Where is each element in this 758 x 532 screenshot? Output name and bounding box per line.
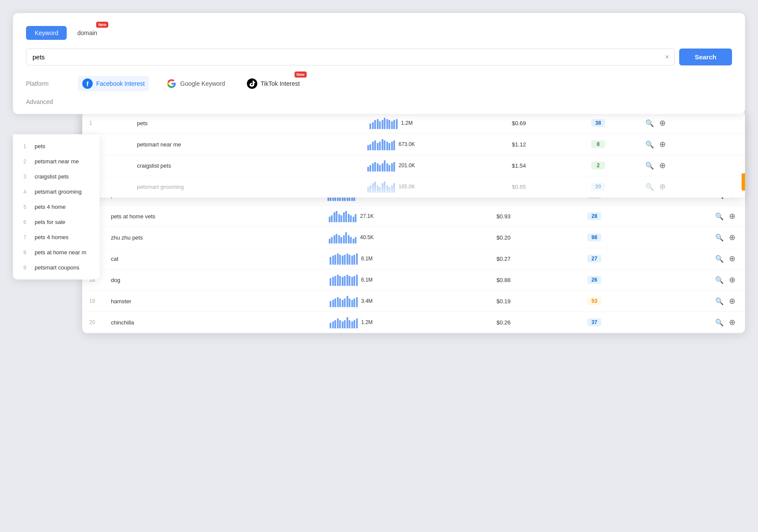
volume-text: 673.0K <box>398 141 415 147</box>
chart-bar <box>347 275 348 286</box>
search-icon-button[interactable]: 🔍 <box>714 296 725 306</box>
search-icon-button[interactable]: 🔍 <box>714 254 725 264</box>
sidebar-kw-item[interactable]: 1pets <box>13 139 100 154</box>
chart-bar <box>349 298 350 307</box>
sidebar-kw-item[interactable]: 5pets 4 home <box>13 199 100 214</box>
chart-bar <box>374 182 376 193</box>
sidebar-kw-num: 9 <box>23 265 30 271</box>
search-icon-button[interactable]: 🔍 <box>645 139 655 149</box>
chart-bar <box>348 235 350 243</box>
search-icon-button[interactable]: 🔍 <box>714 275 725 285</box>
facebook-icon: f <box>82 78 93 89</box>
chart-bar <box>384 118 385 129</box>
add-icon-button[interactable]: ⊕ <box>728 274 736 285</box>
search-icon-button[interactable]: 🔍 <box>645 182 655 192</box>
cpc-value: $0.69 <box>479 113 559 134</box>
add-icon-button[interactable]: ⊕ <box>658 160 667 171</box>
volume-cell: 3.4M <box>253 295 449 307</box>
cpc-value: $1.54 <box>479 155 559 176</box>
sidebar-kw-list: 1pets2petsmart near me3craigslist pets4p… <box>13 139 100 275</box>
search-icon-button[interactable]: 🔍 <box>714 211 725 221</box>
search-input[interactable] <box>26 49 660 65</box>
row-keyword: hamster <box>104 291 246 312</box>
pd-badge: 53 <box>587 297 601 305</box>
facebook-interest-option[interactable]: f Facebook Interest <box>78 76 149 91</box>
pd-badge: 37 <box>587 318 601 326</box>
chart-bar <box>330 257 331 265</box>
chart-bar <box>336 211 337 222</box>
sidebar-kw-item[interactable]: 3craigslist pets <box>13 169 100 184</box>
chart-bar <box>377 119 379 129</box>
chart-bar <box>389 120 390 129</box>
sidebar-kw-keyword: pets for sale <box>35 219 65 225</box>
domain-tab[interactable]: domain New <box>68 26 106 40</box>
operation-icons: 🔍⊕ <box>645 117 736 129</box>
chart-bar <box>393 140 395 150</box>
sidebar-kw-num: 6 <box>23 219 30 225</box>
cpc-value: $0.85 <box>479 176 559 198</box>
volume-text: 1.2M <box>401 120 413 126</box>
sidebar-kw-keyword: pets 4 home <box>35 204 66 210</box>
chart-bar <box>332 300 334 307</box>
chart-bar <box>389 165 390 172</box>
cpc-value: $0.88 <box>456 269 551 291</box>
add-icon-button[interactable]: ⊕ <box>728 317 736 328</box>
search-icon-button[interactable]: 🔍 <box>645 161 655 171</box>
search-button[interactable]: Search <box>679 49 732 65</box>
pd-badge: 28 <box>587 212 601 220</box>
volume-cell: 6.1M <box>253 274 449 286</box>
chart-bar <box>377 163 379 172</box>
platform-row: Platform f Facebook Interest <box>26 76 732 91</box>
keyword-tab[interactable]: Keyword <box>26 26 67 40</box>
add-icon-button[interactable]: ⊕ <box>728 211 736 222</box>
chart-bar <box>374 120 376 129</box>
chart-bar <box>347 317 348 328</box>
add-icon-button[interactable]: ⊕ <box>728 295 736 307</box>
cpc-value: $1.12 <box>479 134 559 155</box>
add-icon-button[interactable]: ⊕ <box>658 139 667 150</box>
advanced-row: Advanced <box>26 98 732 105</box>
chart-bar <box>349 276 350 286</box>
sidebar-kw-item[interactable]: 4petsmart grooming <box>13 184 100 199</box>
clear-button[interactable]: × <box>660 53 674 61</box>
sidebar-kw-item[interactable]: 2petsmart near me <box>13 154 100 169</box>
search-icon-button[interactable]: 🔍 <box>645 118 655 128</box>
chart-bar <box>379 121 381 129</box>
search-icon-button[interactable]: 🔍 <box>714 233 725 243</box>
volume-text: 1.2M <box>361 319 373 325</box>
sidebar-kw-num: 1 <box>23 143 30 149</box>
add-icon-button[interactable]: ⊕ <box>728 232 736 243</box>
search-icon-button[interactable]: 🔍 <box>714 318 725 328</box>
sidebar-kw-item[interactable]: 6pets for sale <box>13 214 100 230</box>
volume-text: 27.1K <box>360 213 373 219</box>
add-icon-button[interactable]: ⊕ <box>658 181 667 192</box>
add-icon-button[interactable]: ⊕ <box>658 117 667 129</box>
chart-bar <box>330 278 331 286</box>
search-input-wrapper: × <box>26 49 675 65</box>
sidebar-kw-item[interactable]: 9petsmart coupons <box>13 260 100 275</box>
add-icon-button[interactable]: ⊕ <box>728 253 736 264</box>
chart-bar <box>349 320 350 329</box>
chart-bar <box>386 119 388 129</box>
sidebar-keywords-panel: 1pets2petsmart near me3craigslist pets4p… <box>13 134 100 279</box>
chart-bar <box>393 162 395 172</box>
table-row: 1 pets 1.2M$0.6938🔍⊕ <box>82 113 745 134</box>
row-num: 19 <box>82 291 104 312</box>
chart-bar <box>377 185 379 193</box>
mini-bar-chart <box>330 295 358 307</box>
google-keyword-option[interactable]: Google Keyword <box>162 76 230 91</box>
domain-new-badge: New <box>96 22 109 28</box>
chart-bar <box>355 237 356 243</box>
chart-bar <box>342 300 343 307</box>
mini-bar-chart <box>329 210 357 222</box>
chart-bar <box>343 212 345 222</box>
sidebar-kw-item[interactable]: 7pets 4 homes <box>13 230 100 245</box>
tiktok-interest-option[interactable]: TikTok Interest New <box>243 76 304 91</box>
pd-badge: 2 <box>591 162 605 169</box>
chart-bar <box>396 119 398 129</box>
chart-bar <box>356 318 358 328</box>
main-search-card: Keyword domain New × Search Platform f F… <box>13 13 745 114</box>
sidebar-kw-item[interactable]: 8pets at home near m <box>13 245 100 260</box>
chart-bar <box>374 140 376 150</box>
operation-icons: 🔍⊕ <box>645 160 736 171</box>
